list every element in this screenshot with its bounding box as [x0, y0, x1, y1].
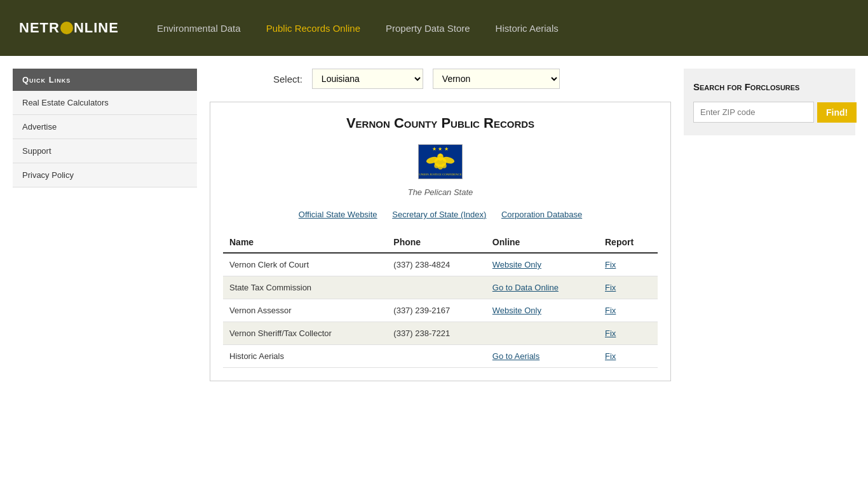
col-header-online: Online [486, 232, 599, 253]
corporation-database-link[interactable]: Corporation Database [501, 210, 582, 219]
sidebar: Quick Links Real Estate Calculators Adve… [13, 69, 197, 381]
cell-phone: (337) 238-4824 [387, 253, 486, 276]
report-link[interactable]: Fix [605, 283, 616, 292]
state-nickname: The Pelican State [223, 187, 658, 197]
county-content: Vernon County Public Records [210, 102, 671, 381]
select-label: Select: [273, 74, 302, 85]
col-header-name: Name [223, 232, 387, 253]
state-flag: ★ ★ ★ UNION JUSTICE CONFIDENCE [418, 144, 463, 179]
nav-historic-aerials[interactable]: Historic Aerials [496, 23, 559, 34]
online-link[interactable]: Go to Aerials [492, 351, 539, 361]
foreclosure-box: Search for Forclosures Find! [684, 69, 855, 135]
report-link[interactable]: Fix [605, 351, 616, 361]
main-container: Quick Links Real Estate Calculators Adve… [0, 56, 868, 394]
nav-property-data-store[interactable]: Property Data Store [386, 23, 470, 34]
sidebar-item-real-estate[interactable]: Real Estate Calculators [13, 91, 197, 115]
online-link[interactable]: Website Only [492, 260, 541, 269]
nav-environmental-data[interactable]: Environmental Data [157, 23, 241, 34]
cell-phone: (337) 238-7221 [387, 322, 486, 345]
svg-point-8 [442, 163, 447, 168]
cell-name: Vernon Assessor [223, 299, 387, 322]
report-link[interactable]: Fix [605, 306, 616, 315]
cell-online[interactable]: Website Only [486, 253, 599, 276]
cell-phone: (337) 239-2167 [387, 299, 486, 322]
cell-report[interactable]: Fix [599, 299, 658, 322]
right-sidebar: Search for Forclosures Find! [684, 69, 855, 381]
table-row: Vernon Sheriff/Tax Collector(337) 238-72… [223, 322, 658, 345]
online-link[interactable]: Website Only [492, 306, 541, 315]
main-nav: Environmental Data Public Records Online… [157, 23, 559, 34]
cell-online [486, 322, 599, 345]
logo-area: NETRNLINE [19, 20, 119, 36]
cell-name: Historic Aerials [223, 345, 387, 368]
table-row: Historic AerialsGo to AerialsFix [223, 345, 658, 368]
county-select[interactable]: Vernon [433, 69, 560, 89]
find-button[interactable]: Find! [817, 102, 857, 123]
sidebar-item-privacy[interactable]: Privacy Policy [13, 163, 197, 187]
state-flag-area: ★ ★ ★ UNION JUSTICE CONFIDENCE [223, 144, 658, 181]
cell-online[interactable]: Go to Aerials [486, 345, 599, 368]
report-link[interactable]: Fix [605, 329, 616, 338]
cell-online[interactable]: Go to Data Online [486, 276, 599, 299]
cell-online[interactable]: Website Only [486, 299, 599, 322]
svg-text:UNION JUSTICE CONFIDENCE: UNION JUSTICE CONFIDENCE [419, 173, 462, 176]
cell-name: Vernon Sheriff/Tax Collector [223, 322, 387, 345]
nav-public-records[interactable]: Public Records Online [266, 23, 360, 34]
logo-globe [60, 22, 73, 34]
col-header-phone: Phone [387, 232, 486, 253]
online-link[interactable]: Go to Data Online [492, 283, 559, 292]
county-title: Vernon County Public Records [223, 115, 658, 132]
table-header-row: Name Phone Online Report [223, 232, 658, 253]
table-row: State Tax CommissionGo to Data OnlineFix [223, 276, 658, 299]
table-row: Vernon Clerk of Court(337) 238-4824Websi… [223, 253, 658, 276]
zip-row: Find! [693, 102, 846, 123]
cell-report[interactable]: Fix [599, 253, 658, 276]
select-row: Select: Louisiana Vernon [210, 69, 671, 89]
secretary-of-state-link[interactable]: Secretary of State (Index) [392, 210, 486, 219]
flag-pelican: ★ ★ ★ UNION JUSTICE CONFIDENCE [419, 145, 462, 179]
svg-text:★ ★ ★: ★ ★ ★ [432, 147, 448, 152]
sidebar-item-advertise[interactable]: Advertise [13, 115, 197, 139]
records-table: Name Phone Online Report Vernon Clerk of… [223, 232, 658, 368]
col-header-report: Report [599, 232, 658, 253]
state-select[interactable]: Louisiana [312, 69, 423, 89]
cell-phone [387, 345, 486, 368]
official-state-website-link[interactable]: Official State Website [299, 210, 377, 219]
cell-name: Vernon Clerk of Court [223, 253, 387, 276]
foreclosure-title: Search for Forclosures [693, 81, 846, 92]
cell-report[interactable]: Fix [599, 276, 658, 299]
content-area: Select: Louisiana Vernon Vernon County P… [210, 69, 671, 381]
quick-links-header: Quick Links [13, 69, 197, 91]
cell-report[interactable]: Fix [599, 345, 658, 368]
cell-name: State Tax Commission [223, 276, 387, 299]
cell-report[interactable]: Fix [599, 322, 658, 345]
sidebar-item-support[interactable]: Support [13, 139, 197, 163]
table-body: Vernon Clerk of Court(337) 238-4824Websi… [223, 253, 658, 368]
report-link[interactable]: Fix [605, 260, 616, 269]
header: NETRNLINE Environmental Data Public Reco… [0, 0, 868, 56]
table-row: Vernon Assessor(337) 239-2167Website Onl… [223, 299, 658, 322]
zip-input[interactable] [693, 102, 814, 123]
state-links: Official State Website Secretary of Stat… [223, 210, 658, 219]
logo-text: NETRNLINE [19, 20, 119, 36]
cell-phone [387, 276, 486, 299]
